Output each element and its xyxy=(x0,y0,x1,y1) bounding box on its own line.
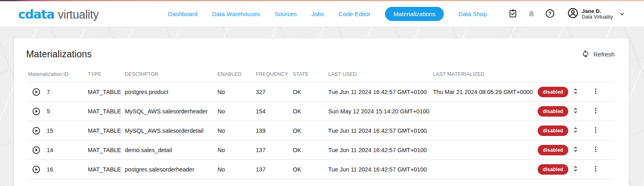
reorder-unfold-button[interactable] xyxy=(572,87,579,96)
row-menu-kebab-button[interactable] xyxy=(592,165,599,174)
unfold-more-icon xyxy=(572,165,579,174)
refresh-button[interactable]: Refresh xyxy=(582,50,615,59)
play-icon[interactable] xyxy=(32,127,40,135)
last-used-cell: Tue Jun 11 2024 16:42:57 GMT+0100 xyxy=(328,147,433,153)
tasks-clipboard-icon xyxy=(508,9,518,19)
materializations-table: Materialization ID TYPE DESCRIPTOR ENABL… xyxy=(14,66,629,179)
column-header: ENABLED xyxy=(217,71,256,77)
nav-item[interactable]: Data Warehouses xyxy=(212,7,260,21)
type-cell: MAT_TABLE xyxy=(88,166,125,173)
table-row: 14 MAT_TABLE demo.sales_detail No 137 OK… xyxy=(28,140,615,160)
nav-item[interactable]: Sources xyxy=(275,7,297,21)
last-materialized-cell: Thu Mar 21 2024 08:05:29 GMT+0000 xyxy=(433,89,538,95)
nav-item[interactable]: Data Shop xyxy=(458,7,487,21)
unfold-more-icon xyxy=(572,107,579,116)
unfold-more-icon xyxy=(572,87,579,96)
enabled-cell: No xyxy=(217,147,256,153)
status-badge[interactable]: disabled xyxy=(538,145,568,155)
enabled-cell: No xyxy=(217,108,256,115)
top-navigation-bar: cdata virtuality Dashboard Data Warehous… xyxy=(0,1,644,27)
kebab-menu-icon xyxy=(592,107,599,116)
refresh-icon xyxy=(582,50,590,59)
notifications-button[interactable] xyxy=(527,9,536,19)
play-icon[interactable] xyxy=(32,165,40,173)
unfold-more-icon xyxy=(572,145,579,155)
enabled-cell: No xyxy=(217,166,256,173)
reorder-unfold-button[interactable] xyxy=(572,145,579,155)
type-cell: MAT_TABLE xyxy=(88,108,125,115)
kebab-menu-icon xyxy=(592,87,599,96)
state-cell: OK xyxy=(293,147,328,153)
last-used-cell: Tue Jun 11 2024 16:42:57 GMT+0100 xyxy=(328,166,433,173)
materialization-id: 7 xyxy=(47,89,50,95)
reorder-unfold-button[interactable] xyxy=(572,165,579,174)
last-used-cell: Tue Jun 11 2024 16:42:57 GMT+0100 xyxy=(328,127,433,134)
frequency-cell: 154 xyxy=(256,108,293,115)
status-badge[interactable]: disabled xyxy=(538,125,568,136)
row-menu-kebab-button[interactable] xyxy=(592,126,599,135)
play-icon[interactable] xyxy=(32,107,40,115)
materialization-id: 5 xyxy=(47,108,50,115)
play-icon[interactable] xyxy=(32,88,40,96)
page-title: Materializations xyxy=(26,49,92,60)
status-badge[interactable]: disabled xyxy=(538,87,568,97)
materializations-card: Materializations Refresh Materialization… xyxy=(14,38,629,186)
user-organization: Data Virtuality xyxy=(582,14,613,20)
status-badge[interactable]: disabled xyxy=(538,106,568,117)
enabled-cell: No xyxy=(217,89,256,95)
status-badge[interactable]: disabled xyxy=(538,164,568,175)
kebab-menu-icon xyxy=(592,145,599,155)
table-header-row: Materialization ID TYPE DESCRIPTOR ENABL… xyxy=(28,66,615,82)
nav-item[interactable]: Dashboard xyxy=(168,7,197,21)
nav-item[interactable]: Jobs xyxy=(311,7,324,21)
help-icon: ? xyxy=(545,9,555,19)
help-button[interactable]: ? xyxy=(545,9,555,19)
table-row: 15 MAT_TABLE MySQL_AWS.salesorderdetail … xyxy=(28,121,615,140)
frequency-cell: 139 xyxy=(256,127,293,134)
column-header: LAST USED xyxy=(328,71,433,77)
brand-logo[interactable]: cdata virtuality xyxy=(18,7,99,21)
materialization-id: 14 xyxy=(47,147,53,153)
refresh-label: Refresh xyxy=(593,51,615,58)
page-content: Materializations Refresh Materialization… xyxy=(0,27,644,186)
descriptor-cell: MySQL_AWS.salesorderdetail xyxy=(125,127,217,134)
frequency-cell: 137 xyxy=(256,166,293,173)
last-used-cell: Sun May 12 2024 15:14:20 GMT+0100 xyxy=(328,108,433,115)
state-cell: OK xyxy=(293,166,328,173)
state-cell: OK xyxy=(293,89,328,95)
kebab-menu-icon xyxy=(592,165,599,174)
card-header: Materializations Refresh xyxy=(14,38,629,66)
play-icon[interactable] xyxy=(32,146,40,154)
column-header: DESCRIPTOR xyxy=(125,71,217,77)
row-menu-kebab-button[interactable] xyxy=(592,87,599,96)
reorder-unfold-button[interactable] xyxy=(572,107,579,116)
tasks-clipboard-button[interactable] xyxy=(508,9,518,19)
logo-virtuality-text: virtuality xyxy=(58,8,99,21)
nav-item[interactable]: Materializations xyxy=(385,7,444,21)
reorder-unfold-button[interactable] xyxy=(572,126,579,135)
frequency-cell: 137 xyxy=(256,147,293,153)
enabled-cell: No xyxy=(217,127,256,134)
notifications-bell-icon xyxy=(527,9,536,19)
column-header: LAST MATERIALIZED xyxy=(433,71,538,77)
main-nav: Dashboard Data Warehouses Sources Jobs C… xyxy=(168,7,487,21)
table-row: 16 MAT_TABLE postgres.salesorderheader N… xyxy=(28,160,615,179)
state-cell: OK xyxy=(293,127,328,134)
nav-item[interactable]: Code Editor xyxy=(339,7,371,21)
user-menu[interactable]: Jane D. Data Virtuality xyxy=(567,8,625,20)
user-info: Jane D. Data Virtuality xyxy=(582,8,613,20)
state-cell: OK xyxy=(293,108,328,115)
topbar-actions: ? Jane D. Data Virtuality xyxy=(508,8,625,20)
kebab-menu-icon xyxy=(592,126,599,135)
materialization-id: 16 xyxy=(47,166,53,173)
column-header: STATE xyxy=(293,71,328,77)
descriptor-cell: postgres.product xyxy=(125,89,217,95)
table-body: 7 MAT_TABLE postgres.product No 327 OK T… xyxy=(28,82,615,179)
row-menu-kebab-button[interactable] xyxy=(592,145,599,155)
row-menu-kebab-button[interactable] xyxy=(592,107,599,116)
descriptor-cell: MySQL_AWS.salesorderheader xyxy=(125,108,217,115)
user-name: Jane D. xyxy=(582,8,613,15)
table-row: 5 MAT_TABLE MySQL_AWS.salesorderheader N… xyxy=(28,102,615,121)
materialization-id: 15 xyxy=(47,127,53,134)
table-row: 7 MAT_TABLE postgres.product No 327 OK T… xyxy=(28,82,615,102)
